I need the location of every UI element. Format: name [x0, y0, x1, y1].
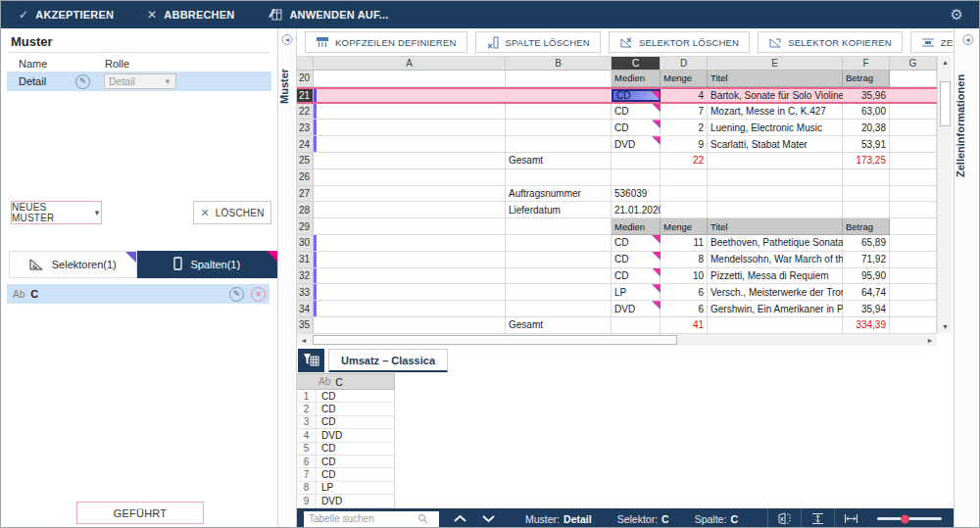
grid-cell[interactable]: Mozart, Messe in C, K.427 [708, 104, 843, 120]
grid-cell[interactable] [314, 71, 506, 87]
tab-selectors[interactable]: Selektoren(1) [9, 251, 137, 278]
grid-cell[interactable] [506, 89, 612, 102]
funnel-table-icon[interactable] [298, 349, 324, 372]
table-search-box[interactable] [304, 511, 439, 527]
grid-cell[interactable]: Gesamt [506, 153, 612, 169]
remove-column-icon[interactable]: ✕ [251, 287, 266, 302]
preview-row[interactable]: 4DVD [297, 429, 395, 442]
grid-cell[interactable]: 95,90 [843, 268, 890, 285]
grid-cell[interactable]: Beethoven, Pathetique Sonata, Arau [708, 235, 843, 252]
new-pattern-button[interactable]: NEUES MUSTER ▼ [11, 201, 102, 224]
grid-cell[interactable]: CD [612, 268, 661, 285]
column-letter-f[interactable]: F [843, 57, 890, 71]
grid-cell[interactable] [661, 202, 708, 218]
grid-cell[interactable] [314, 104, 506, 120]
grid-cell[interactable] [708, 317, 843, 333]
guided-button[interactable]: GEFÜHRT [76, 502, 204, 524]
grid-cell[interactable]: 7 [661, 104, 708, 120]
search-input[interactable] [304, 512, 417, 526]
grid-cell[interactable]: CD [612, 89, 661, 102]
grid-cell[interactable]: 41 [661, 317, 708, 333]
grid-cell[interactable]: Menge [661, 71, 708, 87]
gear-icon[interactable]: ⚙ [951, 6, 963, 24]
grid-cell[interactable] [890, 284, 937, 301]
preview-cell[interactable]: CD [317, 403, 395, 414]
grid-cell[interactable]: Scarlatti, Stabat Mater [708, 136, 843, 153]
zoom-slider-track[interactable] [877, 517, 942, 520]
grid-cell[interactable] [890, 218, 937, 235]
grid-cell[interactable] [314, 252, 506, 268]
vertical-scrollbar[interactable]: ▲ ▼ [937, 56, 952, 333]
delete-column-button[interactable]: SPALTE LÖSCHEN [475, 31, 601, 53]
grid-cell[interactable]: 71,92 [843, 252, 890, 268]
grid-cell[interactable] [506, 136, 612, 153]
grid-cell[interactable]: 22 [661, 153, 708, 169]
vscroll-thumb[interactable] [940, 81, 951, 126]
preview-row[interactable]: 1CD [297, 390, 395, 403]
grid-cell[interactable] [314, 284, 506, 301]
grid-cell[interactable]: 64,74 [843, 284, 890, 301]
grid-cell[interactable] [506, 71, 612, 87]
row-number[interactable]: 27 [297, 186, 314, 203]
grid-cell[interactable] [708, 169, 843, 186]
zoom-slider[interactable] [877, 517, 942, 520]
grid-cell[interactable]: 53,91 [843, 136, 890, 153]
grid-cell[interactable]: Medien [612, 218, 661, 235]
grid-cell[interactable]: 20,38 [843, 120, 890, 136]
grid-cell[interactable] [506, 120, 612, 136]
grid-cell[interactable]: Menge [661, 218, 708, 235]
grid-cell[interactable] [890, 268, 937, 285]
grid-cell[interactable]: CD [612, 120, 661, 136]
grid-cell[interactable] [506, 218, 612, 235]
grid-cell[interactable] [843, 169, 890, 186]
scroll-right-icon[interactable]: ► [923, 334, 937, 347]
grid-cell[interactable] [314, 153, 506, 169]
delete-pattern-button[interactable]: ✕ LÖSCHEN [193, 201, 271, 224]
column-letter-e[interactable]: E [708, 57, 843, 71]
grid-corner[interactable] [297, 57, 314, 71]
row-number[interactable]: 25 [297, 153, 314, 169]
row-number[interactable]: 32 [297, 268, 314, 285]
column-letter-a[interactable]: A [314, 57, 506, 71]
scroll-up-icon[interactable]: ▲ [938, 56, 953, 69]
grid-cell[interactable] [314, 136, 506, 153]
pattern-strip-label[interactable]: Muster [278, 52, 296, 120]
column-letter-g[interactable]: G [890, 57, 937, 71]
grid-cell[interactable] [890, 104, 937, 120]
hscroll-thumb[interactable] [313, 335, 677, 345]
grid-cell[interactable]: 35,96 [843, 89, 890, 102]
pattern-row-detail[interactable]: Detail ✎ Detail ▼ [7, 72, 271, 91]
grid-cell[interactable]: 10 [661, 268, 708, 285]
grid-cell[interactable]: Auftragsnummer [506, 186, 612, 203]
grid-cell[interactable] [314, 235, 506, 252]
grid-cell[interactable]: Versch., Meisterwerke der Trompete [708, 284, 843, 301]
fit-width-button[interactable] [834, 508, 867, 528]
grid-cell[interactable] [890, 71, 937, 87]
grid-cell[interactable]: 63,00 [843, 104, 890, 120]
grid-cell[interactable]: CD [612, 252, 661, 268]
grid-cell[interactable] [708, 153, 843, 169]
row-number[interactable]: 24 [297, 136, 314, 153]
grid-cell[interactable]: CD [612, 104, 661, 120]
grid-cell[interactable]: DVD [612, 136, 661, 153]
grid-cell[interactable]: 11 [661, 235, 708, 252]
row-number[interactable]: 28 [297, 202, 314, 218]
grid-cell[interactable] [661, 169, 708, 186]
grid-cell[interactable] [506, 268, 612, 285]
grid-cell[interactable] [890, 202, 937, 218]
grid-cell[interactable]: 536039 [612, 186, 661, 203]
grid-cell[interactable]: 334,39 [843, 317, 890, 333]
preview-cell[interactable]: CD [317, 390, 395, 402]
zoom-slider-knob[interactable] [901, 514, 909, 523]
grid-cell[interactable]: Gesamt [506, 317, 612, 333]
grid-cell[interactable] [314, 169, 506, 186]
grid-cell[interactable]: 21.01.2020 [612, 202, 661, 218]
grid-cell[interactable] [661, 186, 708, 203]
find-next-button[interactable] [481, 514, 496, 523]
grid-cell[interactable]: 6 [661, 301, 708, 317]
grid-cell[interactable]: Lieferdatum [506, 202, 612, 218]
grid-cell[interactable] [314, 268, 506, 285]
scroll-down-icon[interactable]: ▼ [938, 320, 953, 333]
column-letter-d[interactable]: D [661, 57, 708, 71]
grid-cell[interactable] [314, 202, 506, 218]
